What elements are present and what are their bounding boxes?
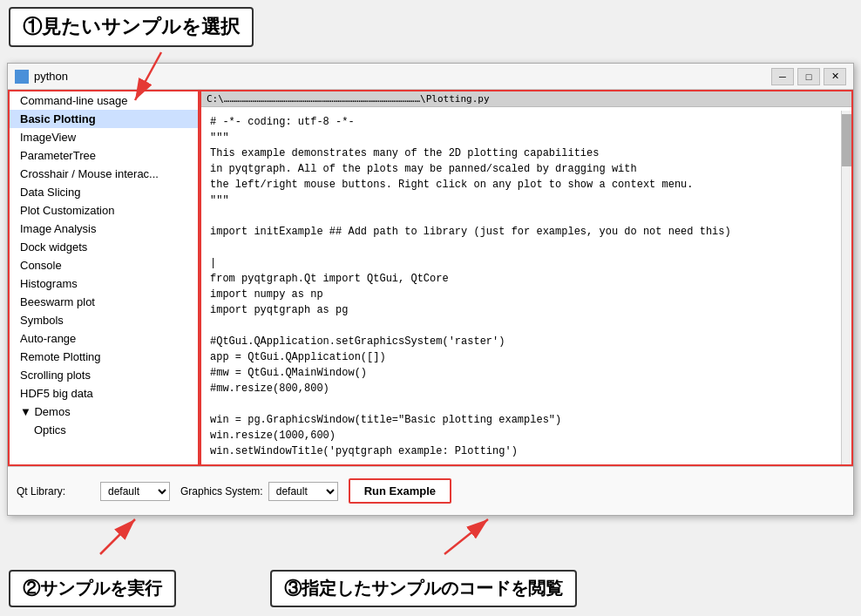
graphics-system-group: Graphics System: default — [180, 482, 338, 501]
graphics-system-label: Graphics System: — [180, 485, 263, 498]
sidebar-item-scrolling-plots[interactable]: Scrolling plots — [10, 366, 198, 384]
code-panel: C:\…………………………………………………………………………………………\Pl… — [200, 90, 853, 466]
sidebar-item-imageview[interactable]: ImageView — [10, 128, 198, 146]
sidebar-item-plot-customization[interactable]: Plot Customization — [10, 201, 198, 220]
sidebar-item-crosshair[interactable]: Crosshair / Mouse interac... — [10, 165, 198, 183]
code-content[interactable]: # -*- coding: utf-8 -*- """ This example… — [201, 107, 851, 461]
sidebar: Command-line usage Basic Plotting ImageV… — [8, 90, 200, 466]
minimize-button[interactable]: ─ — [771, 68, 794, 85]
sidebar-item-optics[interactable]: Optics — [10, 421, 198, 439]
code-scrollbar[interactable] — [841, 111, 851, 464]
sidebar-item-beeswarm-plot[interactable]: Beeswarm plot — [10, 293, 198, 311]
annotation-top: ①見たいサンプルを選択 — [9, 7, 254, 47]
sidebar-item-basic-plotting[interactable]: Basic Plotting — [10, 110, 198, 128]
qt-library-select[interactable]: default — [100, 482, 170, 501]
sidebar-item-parametertree[interactable]: ParameterTree — [10, 146, 198, 165]
window-title: python — [34, 70, 68, 83]
sidebar-item-console[interactable]: Console — [10, 256, 198, 274]
main-window: python ─ □ ✕ Command-line usage Basic Pl… — [7, 63, 854, 516]
sidebar-item-image-analysis[interactable]: Image Analysis — [10, 220, 198, 238]
content-area: Command-line usage Basic Plotting ImageV… — [8, 90, 853, 466]
annotation-bottom-left: ②サンプルを実行 — [9, 570, 176, 607]
qt-library-group: Qt Library: default — [17, 482, 170, 501]
bottom-controls: Qt Library: default Graphics System: def… — [8, 466, 853, 515]
sidebar-item-auto-range[interactable]: Auto-range — [10, 329, 198, 348]
scrollbar-thumb[interactable] — [842, 114, 852, 166]
qt-library-label: Qt Library: — [17, 485, 95, 498]
close-button[interactable]: ✕ — [824, 68, 846, 85]
restore-button[interactable]: □ — [797, 68, 820, 85]
sidebar-item-symbols[interactable]: Symbols — [10, 311, 198, 329]
sidebar-item-hdf5[interactable]: HDF5 big data — [10, 384, 198, 403]
run-example-button[interactable]: Run Example — [349, 478, 451, 504]
svg-line-4 — [100, 519, 135, 554]
titlebar: python ─ □ ✕ — [8, 64, 853, 90]
sidebar-item-demos[interactable]: ▼ Demos — [10, 403, 198, 421]
graphics-system-select[interactable]: default — [268, 482, 338, 501]
svg-line-5 — [444, 519, 488, 554]
window-icon — [15, 70, 29, 84]
sidebar-item-histograms[interactable]: Histograms — [10, 274, 198, 293]
titlebar-controls: ─ □ ✕ — [771, 68, 846, 85]
sidebar-item-dock-widgets[interactable]: Dock widgets — [10, 238, 198, 256]
sidebar-item-command-line-usage[interactable]: Command-line usage — [10, 91, 198, 110]
annotation-bottom-right: ③指定したサンプルのコードを閲覧 — [270, 570, 577, 607]
titlebar-left: python — [15, 70, 68, 84]
sidebar-item-data-slicing[interactable]: Data Slicing — [10, 183, 198, 201]
sidebar-item-remote-plotting[interactable]: Remote Plotting — [10, 348, 198, 366]
code-path-bar: C:\…………………………………………………………………………………………\Pl… — [201, 91, 851, 107]
